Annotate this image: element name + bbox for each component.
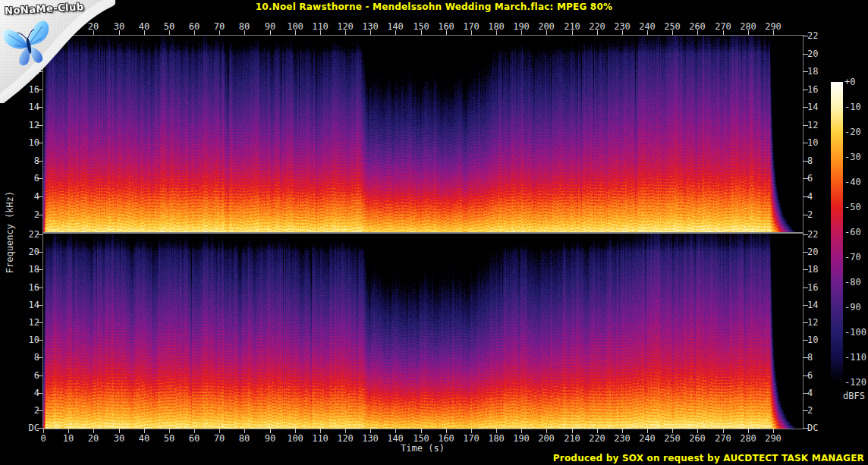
time-tick-label: 60 — [181, 433, 207, 444]
colorbar-tick-label: +0 — [844, 77, 855, 87]
time-tick-label: 220 — [584, 433, 610, 444]
time-tick-label: 70 — [206, 21, 232, 32]
frequency-tick-label: 2 — [807, 405, 813, 416]
time-tick-label: 80 — [231, 21, 257, 32]
time-tick-label: 100 — [282, 21, 308, 32]
frequency-tick-label: 12 — [12, 120, 39, 130]
frequency-tick-label: 16 — [12, 282, 39, 293]
colorbar-tick-label: -110 — [844, 352, 866, 363]
time-tick-label: 270 — [710, 433, 736, 444]
time-tick-label: 200 — [533, 433, 559, 444]
frequency-tick-label: DC — [12, 423, 39, 433]
time-tick-label: 200 — [533, 21, 559, 32]
frequency-tick-label: 18 — [807, 66, 818, 77]
frequency-tick-label: 22 — [807, 229, 818, 240]
time-tick-label: 250 — [659, 433, 685, 444]
time-tick-label: 150 — [408, 433, 434, 444]
time-tick-label: 70 — [206, 433, 232, 444]
time-tick-label: 100 — [282, 433, 308, 444]
colorbar-tick-label: -70 — [844, 252, 861, 262]
time-tick-label: 160 — [433, 21, 459, 32]
noname-club-logo: NoNaMe-Club — [0, 0, 115, 103]
frequency-tick-label: 6 — [12, 370, 39, 381]
frequency-tick-label: 2 — [12, 209, 39, 220]
frequency-tick-label: 10 — [12, 137, 39, 148]
frequency-tick-label: 20 — [807, 49, 818, 59]
time-tick-label: 260 — [684, 21, 710, 32]
time-tick-label: 210 — [559, 433, 585, 444]
time-tick-label: 50 — [156, 433, 182, 444]
frequency-tick-label: 4 — [12, 191, 39, 202]
time-tick-label: 240 — [634, 21, 660, 32]
colorbar-tick-label: -120 — [844, 377, 866, 388]
frequency-tick-label: 8 — [12, 156, 39, 166]
frequency-tick-label: 18 — [807, 264, 818, 275]
credit-text: Produced by SOX on request by AUCDTECT T… — [553, 453, 864, 463]
spectrogram-canvas — [43, 36, 803, 429]
time-tick-label: 170 — [458, 433, 484, 444]
frequency-tick-label: 6 — [12, 173, 39, 184]
frequency-tick-label: 22 — [12, 229, 39, 240]
frequency-tick-label: 16 — [807, 282, 818, 293]
time-tick-label: 190 — [508, 21, 534, 32]
frequency-tick-label: 2 — [807, 209, 813, 220]
frequency-tick-label: 8 — [807, 352, 813, 363]
frequency-tick-label: 22 — [807, 30, 818, 41]
time-tick-label: 220 — [584, 21, 610, 32]
colorbar-tick-label: -90 — [844, 302, 861, 313]
time-tick-label: 60 — [181, 21, 207, 32]
colorbar — [831, 82, 843, 382]
frequency-tick-label: 18 — [12, 264, 39, 275]
colorbar-unit-label: dBFS — [843, 391, 865, 401]
colorbar-gradient — [831, 82, 843, 382]
time-tick-label: 260 — [684, 433, 710, 444]
time-tick-label: 50 — [156, 21, 182, 32]
time-tick-label: 210 — [559, 21, 585, 32]
colorbar-tick-label: -50 — [844, 202, 861, 212]
time-tick-label: 180 — [483, 433, 509, 444]
time-tick-label: 130 — [357, 433, 383, 444]
frequency-tick-label: 10 — [807, 335, 818, 345]
colorbar-tick-label: -80 — [844, 277, 861, 287]
frequency-tick-label: 4 — [807, 388, 813, 398]
time-tick-label: 90 — [257, 21, 283, 32]
time-tick-label: 190 — [508, 433, 534, 444]
time-tick-label: 110 — [307, 433, 333, 444]
colorbar-tick-label: -100 — [844, 327, 866, 338]
frequency-tick-label: 2 — [12, 405, 39, 416]
time-tick-label: 250 — [659, 21, 685, 32]
time-tick-label: 240 — [634, 433, 660, 444]
time-tick-label: 280 — [735, 433, 761, 444]
time-tick-label: 160 — [433, 433, 459, 444]
page-title: 10.Noel Rawsthorne - Mendelssohn Wedding… — [0, 2, 868, 12]
spectrogram-plot — [42, 35, 804, 429]
frequency-tick-label: 14 — [12, 300, 39, 310]
time-tick-label: 290 — [760, 21, 786, 32]
colorbar-tick-label: -30 — [844, 152, 861, 162]
time-tick-label: 230 — [609, 433, 635, 444]
frequency-tick-label: 20 — [12, 247, 39, 257]
colorbar-tick-label: -60 — [844, 227, 861, 237]
frequency-axis-label: Frequency (kHz) — [5, 191, 15, 273]
frequency-tick-label: 12 — [807, 120, 818, 130]
colorbar-tick-label: -10 — [844, 102, 861, 112]
frequency-tick-label: 6 — [807, 370, 813, 381]
frequency-tick-label: 8 — [807, 156, 813, 166]
time-axis-label: Time (s) — [401, 443, 445, 454]
frequency-tick-label: 20 — [807, 247, 818, 257]
time-tick-label: 170 — [458, 21, 484, 32]
time-tick-label: 10 — [55, 433, 81, 444]
colorbar-tick-label: -20 — [844, 127, 861, 137]
time-tick-label: 180 — [483, 21, 509, 32]
time-tick-label: 80 — [231, 433, 257, 444]
time-tick-label: 120 — [332, 21, 358, 32]
time-tick-label: 290 — [760, 433, 786, 444]
frequency-tick-label: 6 — [807, 173, 813, 184]
frequency-tick-label: 14 — [807, 102, 818, 112]
frequency-tick-label: 4 — [807, 191, 813, 202]
time-tick-label: 40 — [131, 21, 157, 32]
time-tick-label: 130 — [357, 21, 383, 32]
frequency-tick-label: 12 — [807, 317, 818, 328]
frequency-tick-label: 10 — [12, 335, 39, 345]
time-tick-label: 140 — [382, 21, 408, 32]
